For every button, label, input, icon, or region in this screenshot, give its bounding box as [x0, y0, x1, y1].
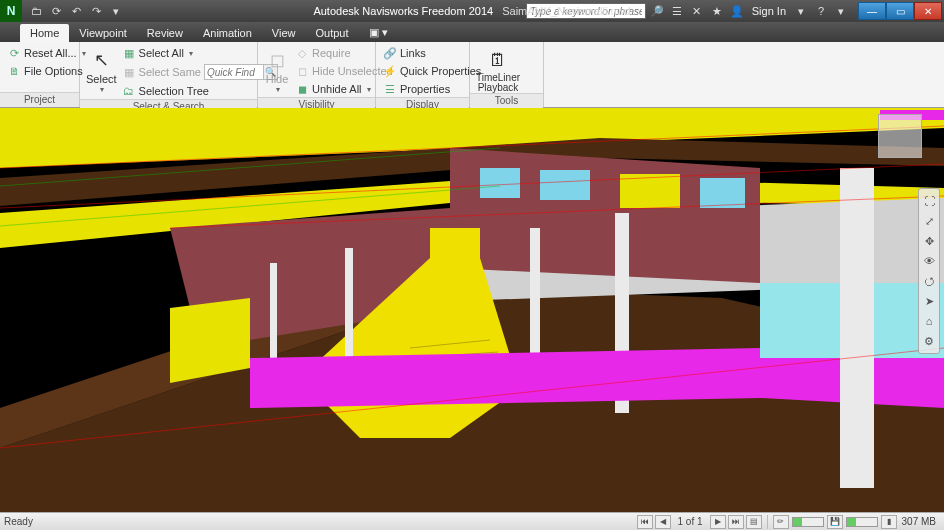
svg-rect-11 [480, 168, 520, 198]
chevron-down-icon: ▾ [276, 85, 280, 94]
group-label-tools: Tools [470, 93, 543, 108]
app-icon[interactable]: N [0, 0, 22, 22]
group-label-project: Project [0, 92, 79, 107]
window-controls: — ▭ ✕ [858, 2, 942, 20]
memory-label: 307 MB [898, 516, 940, 527]
tab-viewpoint[interactable]: Viewpoint [69, 24, 137, 42]
nav-home-icon[interactable]: ⌂ [921, 313, 937, 329]
chevron-down-icon: ▾ [367, 85, 371, 94]
select-same-button[interactable]: ▦Select Same🔍 [121, 63, 279, 81]
nav-walk-icon[interactable]: ➤ [921, 293, 937, 309]
nav-pan-icon[interactable]: ⤢ [921, 213, 937, 229]
quick-properties-button[interactable]: ⚡Quick Properties [382, 63, 482, 79]
ribbon-group-select-search: ↖ Select ▾ ▦Select All▾ ▦Select Same🔍 🗂S… [80, 42, 258, 107]
svg-rect-13 [620, 174, 680, 208]
file-options-button[interactable]: 🗎File Options [6, 63, 87, 79]
qat-open-icon[interactable]: 🗀 [28, 3, 44, 19]
tree-icon: 🗂 [122, 84, 136, 98]
close-button[interactable]: ✕ [914, 2, 942, 20]
title-bar: N 🗀 ⟳ ↶ ↷ ▾ Autodesk Navisworks Freedom … [0, 0, 944, 22]
sheet-prev-button[interactable]: ◀ [655, 515, 671, 529]
select-button[interactable]: ↖ Select ▾ [86, 45, 117, 94]
nav-wheel-icon[interactable]: ⛶ [921, 193, 937, 209]
links-label: Links [400, 47, 426, 59]
svg-marker-28 [170, 298, 250, 383]
hide-label: Hide [266, 73, 289, 85]
document-icon: 🗎 [7, 64, 21, 78]
tab-addins-icon[interactable]: ▣ ▾ [359, 23, 398, 42]
tab-home[interactable]: Home [20, 24, 69, 42]
qat-refresh-icon[interactable]: ⟳ [48, 3, 64, 19]
properties-label: Properties [400, 83, 450, 95]
select-label: Select [86, 73, 117, 85]
quick-find-input[interactable] [204, 64, 264, 80]
user-icon[interactable]: 👤 [728, 2, 746, 20]
selection-tree-button[interactable]: 🗂Selection Tree [121, 83, 279, 99]
nav-settings-icon[interactable]: ⚙ [921, 333, 937, 349]
minimize-button[interactable]: — [858, 2, 886, 20]
performance-icon[interactable]: ✏ [773, 515, 789, 529]
properties-icon: ☰ [383, 82, 397, 96]
select-same-label: Select Same [139, 66, 201, 78]
sheet-next-button[interactable]: ▶ [710, 515, 726, 529]
ribbon-tabs: Home Viewpoint Review Animation View Out… [0, 22, 944, 42]
properties-button[interactable]: ☰Properties [382, 81, 482, 97]
hide-icon: ◻ [264, 47, 290, 73]
signin-dropdown-icon[interactable]: ▾ [792, 2, 810, 20]
qat-redo-icon[interactable]: ↷ [88, 3, 104, 19]
help-icon[interactable]: ? [812, 2, 830, 20]
ribbon: ⟳Reset All...▾ 🗎File Options Project ↖ S… [0, 42, 944, 108]
refresh-icon: ⟳ [7, 46, 21, 60]
hide-button[interactable]: ◻ Hide ▾ [264, 45, 290, 94]
select-same-icon: ▦ [122, 65, 136, 79]
ribbon-group-display: 🔗Links ⚡Quick Properties ☰Properties Dis… [376, 42, 470, 107]
tab-animation[interactable]: Animation [193, 24, 262, 42]
tab-review[interactable]: Review [137, 24, 193, 42]
viewcube[interactable] [878, 114, 922, 158]
disk-icon[interactable]: 💾 [827, 515, 843, 529]
sign-in-button[interactable]: Sign In [748, 5, 790, 17]
maximize-button[interactable]: ▭ [886, 2, 914, 20]
exchange-icon[interactable]: ✕ [688, 2, 706, 20]
links-button[interactable]: 🔗Links [382, 45, 482, 61]
subscription-icon[interactable]: ☰ [668, 2, 686, 20]
svg-marker-27 [250, 348, 760, 408]
reset-all-label: Reset All... [24, 47, 77, 59]
navigation-bar: ⛶ ⤢ ✥ 👁 ⭯ ➤ ⌂ ⚙ [918, 188, 940, 354]
model-render [0, 108, 944, 512]
select-all-icon: ▦ [122, 46, 136, 60]
qat-dropdown-icon[interactable]: ▾ [108, 3, 124, 19]
status-bar: Ready ⏮ ◀ 1 of 1 ▶ ⏭ ▤ ✏ 💾 ▮ 307 MB [0, 512, 944, 530]
sheet-first-button[interactable]: ⏮ [637, 515, 653, 529]
nav-orbit-icon[interactable]: ⭯ [921, 273, 937, 289]
unhide-all-label: Unhide All [312, 83, 362, 95]
select-all-label: Select All [139, 47, 184, 59]
help-dropdown-icon[interactable]: ▾ [832, 2, 850, 20]
qat-undo-icon[interactable]: ↶ [68, 3, 84, 19]
unhide-icon: ◼ [295, 82, 309, 96]
select-all-button[interactable]: ▦Select All▾ [121, 45, 279, 61]
nav-zoom-icon[interactable]: ✥ [921, 233, 937, 249]
ribbon-group-tools: 🗓 TimeLiner Playback Tools [470, 42, 544, 107]
nav-look-icon[interactable]: 👁 [921, 253, 937, 269]
timeliner-icon: 🗓 [485, 47, 511, 73]
search-go-icon[interactable]: 🔎 [648, 2, 666, 20]
sheet-last-button[interactable]: ⏭ [728, 515, 744, 529]
ribbon-group-visibility: ◻ Hide ▾ ◇Require ◻Hide Unselected ◼Unhi… [258, 42, 376, 107]
favorite-icon[interactable]: ★ [708, 2, 726, 20]
model-viewport[interactable]: ⛶ ⤢ ✥ 👁 ⭯ ➤ ⌂ ⚙ [0, 108, 944, 512]
svg-rect-14 [700, 178, 745, 208]
memory-icon[interactable]: ▮ [881, 515, 897, 529]
cursor-icon: ↖ [88, 47, 114, 73]
reset-all-button[interactable]: ⟳Reset All...▾ [6, 45, 87, 61]
sheet-indicator: 1 of 1 [672, 516, 709, 527]
sheet-browser-button[interactable]: ▤ [746, 515, 762, 529]
require-label: Require [312, 47, 351, 59]
file-name: SaimAMK_Navismalli.nwd [502, 5, 630, 17]
timeliner-playback-button[interactable]: 🗓 TimeLiner Playback [476, 45, 520, 93]
timeliner-label: TimeLiner Playback [476, 73, 520, 93]
tab-view[interactable]: View [262, 24, 306, 42]
quick-properties-icon: ⚡ [383, 64, 397, 78]
status-ready: Ready [4, 516, 33, 527]
tab-output[interactable]: Output [306, 24, 359, 42]
